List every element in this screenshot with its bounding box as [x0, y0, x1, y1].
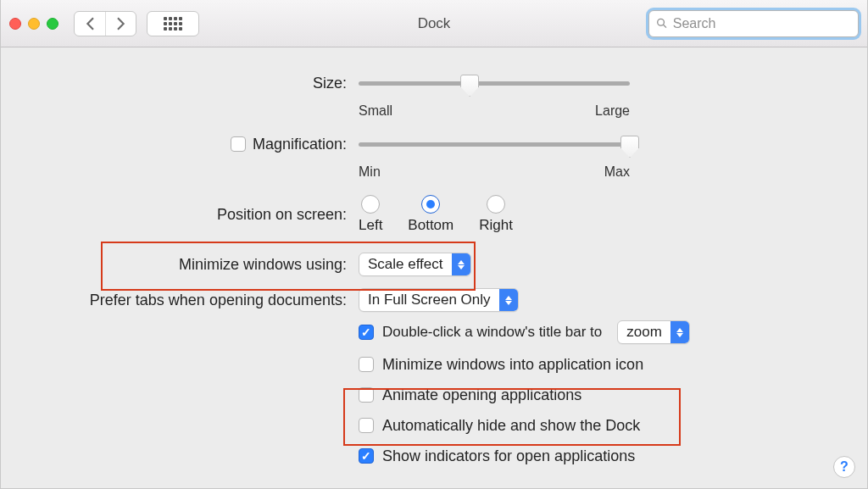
position-left[interactable]: Left: [359, 195, 382, 234]
search-input[interactable]: [673, 16, 851, 31]
grid-icon: [164, 17, 182, 31]
tabs-pref-row: Prefer tabs when opening documents: In F…: [21, 286, 847, 314]
double-click-label: Double-click a window's title bar to: [382, 324, 602, 341]
position-right[interactable]: Right: [479, 195, 513, 234]
minimize-into-app-checkbox[interactable]: [359, 357, 374, 372]
magnification-checkbox[interactable]: [231, 136, 246, 152]
position-radio-group: Left Bottom Right: [359, 195, 513, 234]
size-label: Size:: [21, 75, 359, 92]
option-row-show-indicators: Show indicators for open applications: [21, 442, 847, 470]
window-title: Dock: [418, 15, 451, 32]
magnification-ticks: Min Max: [21, 159, 847, 186]
size-ticks: Small Large: [21, 98, 847, 125]
double-click-action-select[interactable]: zoom: [617, 320, 690, 344]
option-label: Animate opening applications: [382, 386, 581, 404]
animate-opening-checkbox[interactable]: [359, 387, 374, 403]
minimize-effect-value: Scale effect: [359, 253, 452, 275]
close-window-button[interactable]: [9, 18, 21, 30]
svg-point-0: [658, 19, 665, 25]
minimize-label: Minimize windows using:: [21, 256, 359, 274]
minimize-effect-select[interactable]: Scale effect: [359, 253, 471, 276]
toolbar: Dock: [1, 0, 867, 47]
search-field[interactable]: [648, 10, 859, 37]
minimize-window-button[interactable]: [28, 18, 40, 30]
show-all-button[interactable]: [147, 11, 199, 36]
auto-hide-dock-checkbox[interactable]: [359, 418, 374, 433]
option-label: Minimize windows into application icon: [382, 356, 643, 374]
double-click-action-value: zoom: [618, 321, 670, 343]
radio-icon: [487, 195, 505, 214]
position-bottom[interactable]: Bottom: [408, 195, 453, 234]
chevron-left-icon: [85, 17, 95, 31]
radio-label: Left: [359, 217, 382, 234]
position-row: Position on screen: Left Bottom Right: [21, 195, 847, 234]
option-row-minimize-into-app: Minimize windows into application icon: [21, 351, 847, 378]
svg-line-1: [664, 25, 666, 27]
size-slider[interactable]: [359, 75, 630, 91]
magnification-label: Magnification:: [253, 136, 347, 153]
minimize-row: Minimize windows using: Scale effect: [21, 251, 847, 278]
search-icon: [656, 17, 668, 30]
option-label: Automatically hide and show the Dock: [382, 417, 640, 435]
radio-icon: [421, 195, 440, 214]
size-tick-max: Large: [595, 103, 630, 119]
magnification-slider[interactable]: [359, 136, 630, 152]
radio-icon: [361, 195, 380, 214]
mag-tick-max: Max: [604, 164, 630, 180]
tabs-pref-label: Prefer tabs when opening documents:: [21, 292, 359, 309]
preferences-content: Size: Small Large Magnification:: [1, 47, 867, 483]
double-click-checkbox[interactable]: [359, 325, 374, 340]
tabs-pref-value: In Full Screen Only: [359, 289, 499, 311]
help-button[interactable]: ?: [833, 456, 855, 478]
size-tick-min: Small: [359, 103, 392, 119]
back-button[interactable]: [75, 12, 105, 36]
tabs-pref-select[interactable]: In Full Screen Only: [359, 288, 519, 312]
option-row-animate-open: Animate opening applications: [21, 381, 847, 408]
mag-tick-min: Min: [359, 164, 381, 180]
updown-icon: [452, 253, 470, 275]
option-row-auto-hide: Automatically hide and show the Dock: [21, 412, 847, 439]
chevron-right-icon: [116, 17, 126, 31]
window-controls: [9, 18, 58, 30]
forward-button[interactable]: [105, 12, 136, 36]
nav-buttons: [74, 11, 136, 36]
zoom-window-button[interactable]: [47, 18, 58, 30]
show-indicators-checkbox[interactable]: [359, 448, 374, 464]
updown-icon: [499, 289, 518, 311]
size-slider-thumb[interactable]: [460, 75, 479, 97]
size-row: Size:: [21, 69, 847, 97]
double-click-row: Double-click a window's title bar to zoo…: [21, 319, 847, 346]
magnification-slider-thumb[interactable]: [620, 136, 639, 158]
radio-label: Bottom: [408, 217, 453, 234]
radio-label: Right: [479, 217, 513, 234]
updown-icon: [670, 321, 689, 343]
position-label: Position on screen:: [21, 206, 359, 224]
option-label: Show indicators for open applications: [382, 447, 635, 465]
magnification-row: Magnification:: [21, 131, 847, 158]
